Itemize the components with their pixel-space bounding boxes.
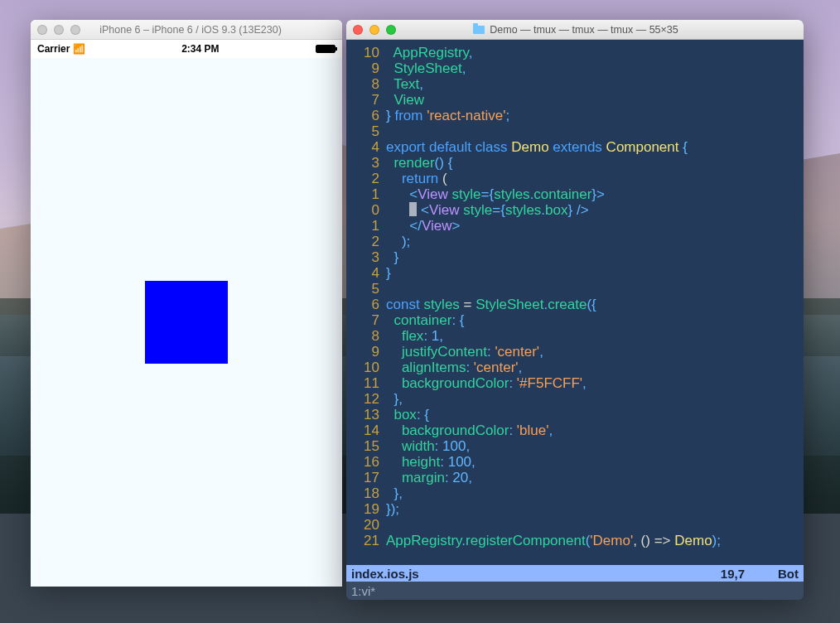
code-line[interactable]: 6} from 'react-native'; xyxy=(353,108,797,123)
code-line[interactable]: 3 render() { xyxy=(353,155,797,171)
line-number: 8 xyxy=(353,76,379,92)
simulator-titlebar[interactable]: iPhone 6 – iPhone 6 / iOS 9.3 (13E230) xyxy=(31,20,342,40)
code-text: return ( xyxy=(386,171,447,186)
code-line[interactable]: 14 backgroundColor: 'blue', xyxy=(353,423,797,438)
code-line[interactable]: 9 justifyContent: 'center', xyxy=(353,344,797,360)
line-number: 16 xyxy=(353,454,379,470)
terminal-window-title: Demo — tmux — tmux — tmux — 55×35 xyxy=(396,24,756,36)
code-line[interactable]: 5 xyxy=(353,281,797,297)
code-text: margin: 20, xyxy=(386,470,472,485)
ios-simulator-window[interactable]: iPhone 6 – iPhone 6 / iOS 9.3 (13E230) C… xyxy=(31,20,342,587)
tmux-tab[interactable]: 1:vi* xyxy=(351,584,375,598)
cursor xyxy=(409,202,417,216)
code-text: } from 'react-native'; xyxy=(386,108,509,123)
status-cursor-pos: 19,7 xyxy=(721,567,745,581)
line-number: 10 xyxy=(353,360,379,375)
code-line[interactable]: 7 View xyxy=(353,92,797,108)
code-line[interactable]: 7 container: { xyxy=(353,312,797,328)
code-line[interactable]: 20 xyxy=(353,517,797,533)
ios-statusbar: Carrier 📶 2:34 PM xyxy=(31,40,342,58)
code-line[interactable]: 16 height: 100, xyxy=(353,454,797,470)
code-line[interactable]: 15 width: 100, xyxy=(353,438,797,454)
code-line[interactable]: 10 alignItems: 'center', xyxy=(353,360,797,375)
code-text: const styles = StyleSheet.create({ xyxy=(386,297,596,312)
terminal-window[interactable]: Demo — tmux — tmux — tmux — 55×35 10 App… xyxy=(346,20,804,600)
code-line[interactable]: 0 <View style={styles.box} /> xyxy=(353,202,797,218)
line-number: 13 xyxy=(353,407,379,423)
code-text: backgroundColor: 'blue', xyxy=(386,423,553,438)
code-text: </View> xyxy=(386,218,460,234)
line-number: 6 xyxy=(353,297,379,312)
code-line[interactable]: 2 return ( xyxy=(353,171,797,186)
simulator-window-title: iPhone 6 – iPhone 6 / iOS 9.3 (13E230) xyxy=(80,24,301,36)
code-text: width: 100, xyxy=(386,438,470,454)
code-line[interactable]: 9 StyleSheet, xyxy=(353,60,797,76)
code-line[interactable]: 5 xyxy=(353,123,797,139)
code-line[interactable]: 12 }, xyxy=(353,391,797,407)
code-text: backgroundColor: '#F5FCFF', xyxy=(386,375,587,391)
code-text: AppRegistry.registerComponent('Demo', ()… xyxy=(386,533,721,548)
code-line[interactable]: 10 AppRegistry, xyxy=(353,45,797,60)
line-number: 5 xyxy=(353,123,379,139)
line-number: 2 xyxy=(353,171,379,186)
code-text: alignItems: 'center', xyxy=(386,360,522,375)
line-number: 2 xyxy=(353,234,379,249)
app-root-view xyxy=(31,58,342,587)
code-text: height: 100, xyxy=(386,454,476,470)
line-number: 21 xyxy=(353,533,379,548)
code-line[interactable]: 18 }, xyxy=(353,485,797,501)
window-traffic-lights xyxy=(37,25,80,35)
zoom-icon[interactable] xyxy=(386,25,396,35)
code-text: flex: 1, xyxy=(386,328,443,344)
code-line[interactable]: 17 margin: 20, xyxy=(353,470,797,485)
code-line[interactable]: 8 Text, xyxy=(353,76,797,92)
code-line[interactable]: 13 box: { xyxy=(353,407,797,423)
code-text: export default class Demo extends Compon… xyxy=(386,139,688,155)
code-line[interactable]: 19}); xyxy=(353,501,797,517)
terminal-titlebar[interactable]: Demo — tmux — tmux — tmux — 55×35 xyxy=(346,20,804,40)
line-number: 4 xyxy=(353,139,379,155)
code-line[interactable]: 21AppRegistry.registerComponent('Demo', … xyxy=(353,533,797,548)
minimize-icon[interactable] xyxy=(54,25,64,35)
code-text: View xyxy=(386,92,424,108)
code-line[interactable]: 2 ); xyxy=(353,234,797,249)
code-line[interactable]: 3 } xyxy=(353,249,797,265)
code-text: } xyxy=(386,265,391,281)
clock-label: 2:34 PM xyxy=(181,43,219,55)
code-text: ); xyxy=(386,234,410,249)
code-text: }, xyxy=(386,485,403,501)
code-text: container: { xyxy=(386,312,465,328)
line-number: 15 xyxy=(353,438,379,454)
close-icon[interactable] xyxy=(37,25,47,35)
line-number: 4 xyxy=(353,265,379,281)
code-text: Text, xyxy=(386,76,423,92)
code-line[interactable]: 1 <View style={styles.container}> xyxy=(353,186,797,202)
demo-box xyxy=(145,281,228,364)
code-line[interactable]: 4export default class Demo extends Compo… xyxy=(353,139,797,155)
window-traffic-lights xyxy=(353,25,396,35)
editor-buffer[interactable]: 10 AppRegistry,9 StyleSheet,8 Text,7 Vie… xyxy=(346,40,804,565)
code-line[interactable]: 1 </View> xyxy=(353,218,797,234)
code-line[interactable]: 8 flex: 1, xyxy=(353,328,797,344)
line-number: 3 xyxy=(353,155,379,171)
status-scroll-loc: Bot xyxy=(778,567,799,581)
line-number: 0 xyxy=(353,202,379,218)
line-number: 19 xyxy=(353,501,379,517)
code-text: StyleSheet, xyxy=(386,60,466,76)
vim-status-line: index.ios.js 19,7 Bot xyxy=(346,565,804,582)
line-number: 1 xyxy=(353,218,379,234)
status-filename: index.ios.js xyxy=(351,567,419,581)
code-text: <View style={styles.box} /> xyxy=(386,202,589,218)
line-number: 17 xyxy=(353,470,379,485)
line-number: 9 xyxy=(353,60,379,76)
code-line[interactable]: 11 backgroundColor: '#F5FCFF', xyxy=(353,375,797,391)
line-number: 18 xyxy=(353,485,379,501)
close-icon[interactable] xyxy=(353,25,363,35)
folder-icon xyxy=(473,26,485,34)
zoom-icon[interactable] xyxy=(70,25,80,35)
line-number: 6 xyxy=(353,108,379,123)
minimize-icon[interactable] xyxy=(369,25,379,35)
code-line[interactable]: 4} xyxy=(353,265,797,281)
code-text: AppRegistry, xyxy=(386,45,473,60)
code-line[interactable]: 6const styles = StyleSheet.create({ xyxy=(353,297,797,312)
